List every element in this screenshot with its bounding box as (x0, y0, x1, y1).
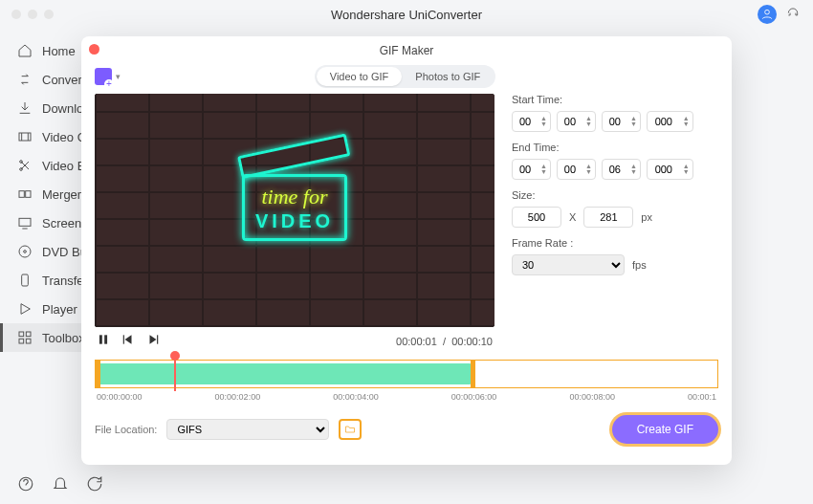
start-time-label: Start Time: (512, 94, 718, 105)
end-hh[interactable]: ▲▼ (512, 159, 551, 180)
svg-marker-10 (21, 304, 30, 315)
file-location-select[interactable]: GIFS (166, 419, 329, 440)
svg-marker-18 (125, 335, 132, 343)
timeline-track[interactable] (95, 360, 718, 388)
svg-rect-13 (19, 339, 24, 343)
end-ss[interactable]: ▲▼ (602, 159, 641, 180)
tab-photos-to-gif[interactable]: Photos to GIF (402, 67, 494, 86)
screen-rec-icon (17, 215, 33, 230)
svg-rect-5 (26, 191, 31, 198)
range-handle-right[interactable] (471, 361, 475, 387)
feedback-icon[interactable] (86, 475, 103, 493)
svg-rect-6 (19, 218, 31, 226)
tab-video-to-gif[interactable]: Video to GIF (317, 67, 403, 86)
svg-rect-4 (19, 191, 24, 198)
mode-tabs: Video to GIF Photos to GIF (315, 65, 495, 88)
next-frame-button[interactable] (146, 333, 160, 350)
video-preview: time for VIDEO (95, 94, 494, 327)
create-gif-button[interactable]: Create GIF (612, 415, 718, 444)
file-location-label: File Location: (95, 424, 157, 435)
start-hh[interactable]: ▲▼ (512, 111, 551, 132)
transfer-icon (17, 273, 33, 288)
playhead[interactable] (174, 353, 176, 391)
svg-marker-20 (150, 335, 157, 343)
help-icon[interactable] (17, 475, 34, 493)
svg-rect-21 (157, 335, 158, 343)
playback-time: 00:00:01 / 00:00:10 (396, 336, 493, 347)
start-ms[interactable]: ▲▼ (647, 111, 693, 132)
size-width[interactable] (512, 207, 561, 228)
player-icon (17, 301, 33, 317)
window-controls[interactable] (11, 10, 54, 19)
start-mm[interactable]: ▲▼ (557, 111, 596, 132)
convert-icon (17, 72, 33, 87)
home-icon (17, 43, 33, 58)
svg-rect-17 (104, 335, 107, 343)
svg-rect-11 (19, 332, 24, 337)
app-title: Wondershare UniConverter (331, 8, 482, 22)
end-ms[interactable]: ▲▼ (647, 159, 693, 180)
svg-rect-1 (19, 133, 31, 141)
account-avatar[interactable] (758, 5, 777, 24)
size-height[interactable] (583, 207, 633, 228)
svg-rect-16 (99, 335, 102, 343)
bell-icon[interactable] (52, 475, 69, 493)
neon-text-2: VIDEO (245, 210, 344, 232)
download-icon (17, 100, 33, 116)
merger-icon (17, 186, 33, 202)
toolbox-icon (17, 330, 33, 345)
support-icon[interactable] (786, 6, 800, 23)
range-handle-left[interactable] (96, 361, 100, 387)
add-media-button[interactable]: ▾ (95, 68, 121, 85)
svg-point-0 (765, 10, 770, 14)
size-label: Size: (512, 189, 718, 201)
browse-folder-button[interactable] (339, 419, 362, 440)
gif-maker-modal: GIF Maker ▾ Video to GIF Photos to GIF t… (81, 36, 732, 465)
time-ruler: 00:00:00:0000:00:02:0000:00:04:0000:00:0… (95, 388, 718, 405)
end-time-label: End Time: (512, 142, 718, 153)
svg-point-7 (19, 246, 31, 257)
prev-frame-button[interactable] (121, 333, 135, 350)
close-icon[interactable] (89, 44, 99, 55)
svg-rect-12 (26, 332, 31, 337)
svg-point-8 (24, 251, 27, 253)
svg-rect-9 (22, 274, 29, 286)
neon-text-1: time for (245, 185, 344, 209)
frame-rate-select[interactable]: 30 (512, 254, 625, 275)
frame-rate-label: Frame Rate : (512, 237, 718, 249)
end-mm[interactable]: ▲▼ (557, 159, 596, 180)
video-edit-icon (17, 158, 33, 173)
dvd-icon (17, 244, 33, 259)
selection-range (99, 363, 472, 384)
svg-rect-19 (123, 335, 124, 343)
start-ss[interactable]: ▲▼ (602, 111, 641, 132)
modal-title: GIF Maker (81, 36, 732, 57)
video-compress-icon (17, 129, 33, 144)
svg-rect-14 (26, 339, 31, 343)
pause-button[interactable] (97, 333, 110, 350)
